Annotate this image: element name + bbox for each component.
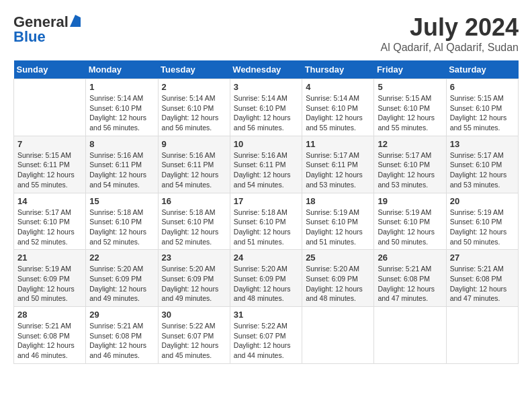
calendar-cell: 2Sunrise: 5:14 AM Sunset: 6:10 PM Daylig… [158,79,230,136]
day-detail: Sunrise: 5:19 AM Sunset: 6:09 PM Dayligh… [17,264,82,304]
weekday-header-row: SundayMondayTuesdayWednesdayThursdayFrid… [14,60,519,79]
day-number: 20 [450,196,515,206]
day-number: 28 [17,310,82,320]
week-row-1: 1Sunrise: 5:14 AM Sunset: 6:10 PM Daylig… [14,79,519,136]
day-detail: Sunrise: 5:22 AM Sunset: 6:07 PM Dayligh… [234,321,298,361]
day-number: 18 [306,196,370,206]
day-number: 25 [306,253,370,263]
calendar-cell: 20Sunrise: 5:19 AM Sunset: 6:10 PM Dayli… [446,193,518,250]
day-detail: Sunrise: 5:19 AM Sunset: 6:10 PM Dayligh… [306,208,370,247]
calendar-cell: 11Sunrise: 5:17 AM Sunset: 6:11 PM Dayli… [302,136,374,193]
calendar-cell: 14Sunrise: 5:17 AM Sunset: 6:10 PM Dayli… [14,193,86,250]
calendar-cell [374,307,446,364]
day-detail: Sunrise: 5:21 AM Sunset: 6:08 PM Dayligh… [89,321,154,361]
weekday-header-monday: Monday [86,60,158,79]
calendar-cell: 6Sunrise: 5:15 AM Sunset: 6:10 PM Daylig… [446,79,518,136]
weekday-header-sunday: Sunday [14,60,86,79]
day-detail: Sunrise: 5:21 AM Sunset: 6:08 PM Dayligh… [17,321,82,361]
day-detail: Sunrise: 5:20 AM Sunset: 6:09 PM Dayligh… [306,264,370,304]
calendar-cell: 21Sunrise: 5:19 AM Sunset: 6:09 PM Dayli… [14,250,86,307]
month-title: July 2024 [381,13,519,42]
day-number: 12 [378,139,442,149]
day-number: 1 [89,82,154,92]
svg-marker-0 [70,15,81,27]
page-header: General Blue July 2024 Al Qadarif, Al Qa… [13,13,519,54]
day-detail: Sunrise: 5:15 AM Sunset: 6:10 PM Dayligh… [378,93,442,133]
calendar-cell: 9Sunrise: 5:16 AM Sunset: 6:11 PM Daylig… [158,136,230,193]
calendar-cell: 23Sunrise: 5:20 AM Sunset: 6:09 PM Dayli… [158,250,230,307]
day-detail: Sunrise: 5:18 AM Sunset: 6:10 PM Dayligh… [234,208,298,247]
calendar-cell: 29Sunrise: 5:21 AM Sunset: 6:08 PM Dayli… [86,307,158,364]
day-number: 6 [450,82,515,92]
calendar-table: SundayMondayTuesdayWednesdayThursdayFrid… [13,60,519,364]
day-number: 9 [162,139,226,149]
day-detail: Sunrise: 5:20 AM Sunset: 6:09 PM Dayligh… [162,264,226,304]
day-number: 17 [234,196,298,206]
day-number: 14 [17,196,82,206]
day-detail: Sunrise: 5:19 AM Sunset: 6:10 PM Dayligh… [450,208,515,247]
day-detail: Sunrise: 5:20 AM Sunset: 6:09 PM Dayligh… [89,264,154,304]
weekday-header-wednesday: Wednesday [230,60,302,79]
day-detail: Sunrise: 5:14 AM Sunset: 6:10 PM Dayligh… [89,93,154,133]
calendar-cell: 4Sunrise: 5:14 AM Sunset: 6:10 PM Daylig… [302,79,374,136]
day-detail: Sunrise: 5:21 AM Sunset: 6:08 PM Dayligh… [378,264,442,304]
calendar-cell: 7Sunrise: 5:15 AM Sunset: 6:11 PM Daylig… [14,136,86,193]
day-number: 15 [89,196,154,206]
logo: General Blue [13,13,81,46]
week-row-5: 28Sunrise: 5:21 AM Sunset: 6:08 PM Dayli… [14,307,519,364]
calendar-cell: 25Sunrise: 5:20 AM Sunset: 6:09 PM Dayli… [302,250,374,307]
calendar-cell: 24Sunrise: 5:20 AM Sunset: 6:09 PM Dayli… [230,250,302,307]
day-detail: Sunrise: 5:17 AM Sunset: 6:10 PM Dayligh… [450,150,515,190]
calendar-cell: 27Sunrise: 5:21 AM Sunset: 6:08 PM Dayli… [446,250,518,307]
day-number: 21 [17,253,82,263]
day-detail: Sunrise: 5:19 AM Sunset: 6:10 PM Dayligh… [378,208,442,247]
day-detail: Sunrise: 5:20 AM Sunset: 6:09 PM Dayligh… [234,264,298,304]
calendar-cell [14,79,86,136]
calendar-cell: 31Sunrise: 5:22 AM Sunset: 6:07 PM Dayli… [230,307,302,364]
day-detail: Sunrise: 5:15 AM Sunset: 6:10 PM Dayligh… [450,93,515,133]
day-detail: Sunrise: 5:22 AM Sunset: 6:07 PM Dayligh… [162,321,226,361]
calendar-cell: 30Sunrise: 5:22 AM Sunset: 6:07 PM Dayli… [158,307,230,364]
day-number: 11 [306,139,370,149]
title-area: July 2024 Al Qadarif, Al Qadarif, Sudan [381,13,519,54]
day-number: 16 [162,196,226,206]
calendar-cell [446,307,518,364]
day-number: 3 [234,82,298,92]
weekday-header-thursday: Thursday [302,60,374,79]
day-detail: Sunrise: 5:15 AM Sunset: 6:11 PM Dayligh… [17,150,82,190]
calendar-cell: 28Sunrise: 5:21 AM Sunset: 6:08 PM Dayli… [14,307,86,364]
calendar-cell: 18Sunrise: 5:19 AM Sunset: 6:10 PM Dayli… [302,193,374,250]
day-number: 23 [162,253,226,263]
day-number: 29 [89,310,154,320]
day-detail: Sunrise: 5:17 AM Sunset: 6:11 PM Dayligh… [306,150,370,190]
day-number: 5 [378,82,442,92]
day-detail: Sunrise: 5:14 AM Sunset: 6:10 PM Dayligh… [306,93,370,133]
week-row-3: 14Sunrise: 5:17 AM Sunset: 6:10 PM Dayli… [14,193,519,250]
location-title: Al Qadarif, Al Qadarif, Sudan [381,42,519,54]
day-number: 4 [306,82,370,92]
day-number: 8 [89,139,154,149]
day-detail: Sunrise: 5:18 AM Sunset: 6:10 PM Dayligh… [89,208,154,247]
calendar-cell: 13Sunrise: 5:17 AM Sunset: 6:10 PM Dayli… [446,136,518,193]
day-number: 22 [89,253,154,263]
day-detail: Sunrise: 5:16 AM Sunset: 6:11 PM Dayligh… [234,150,298,190]
logo-arrow-icon [70,15,81,30]
day-number: 24 [234,253,298,263]
day-detail: Sunrise: 5:14 AM Sunset: 6:10 PM Dayligh… [234,93,298,133]
day-number: 31 [234,310,298,320]
calendar-cell: 15Sunrise: 5:18 AM Sunset: 6:10 PM Dayli… [86,193,158,250]
day-number: 30 [162,310,226,320]
day-number: 13 [450,139,515,149]
calendar-cell: 17Sunrise: 5:18 AM Sunset: 6:10 PM Dayli… [230,193,302,250]
calendar-cell [302,307,374,364]
week-row-2: 7Sunrise: 5:15 AM Sunset: 6:11 PM Daylig… [14,136,519,193]
day-detail: Sunrise: 5:21 AM Sunset: 6:08 PM Dayligh… [450,264,515,304]
day-number: 10 [234,139,298,149]
calendar-cell: 16Sunrise: 5:18 AM Sunset: 6:10 PM Dayli… [158,193,230,250]
day-detail: Sunrise: 5:17 AM Sunset: 6:10 PM Dayligh… [17,208,82,247]
day-number: 19 [378,196,442,206]
day-number: 7 [17,139,82,149]
calendar-cell: 10Sunrise: 5:16 AM Sunset: 6:11 PM Dayli… [230,136,302,193]
day-detail: Sunrise: 5:16 AM Sunset: 6:11 PM Dayligh… [162,150,226,190]
calendar-cell: 8Sunrise: 5:16 AM Sunset: 6:11 PM Daylig… [86,136,158,193]
